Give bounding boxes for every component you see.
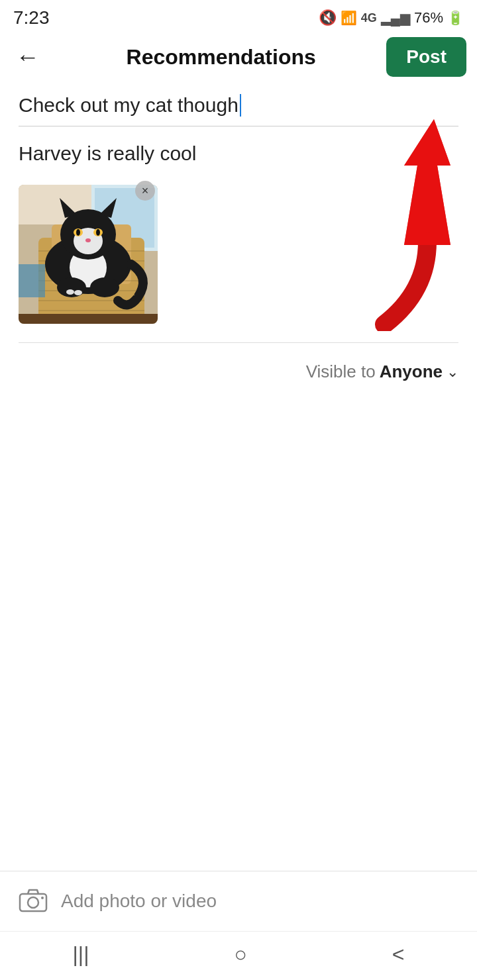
bottom-bar: Add photo or video ||| ○ < bbox=[0, 871, 477, 980]
system-back-button[interactable]: < bbox=[372, 940, 425, 969]
body-text: Harvey is really cool bbox=[19, 142, 196, 164]
photo-thumbnail bbox=[19, 185, 158, 324]
svg-point-25 bbox=[90, 277, 119, 297]
svg-point-26 bbox=[66, 289, 74, 295]
system-nav: ||| ○ < bbox=[0, 931, 477, 980]
home-button[interactable]: ○ bbox=[214, 940, 266, 969]
signal-bars-icon: ▂▄▆ bbox=[381, 10, 410, 26]
editor-content: Check out my cat though Harvey is really… bbox=[0, 81, 477, 389]
wifi-icon: 📶 bbox=[341, 10, 357, 26]
cursor bbox=[240, 94, 241, 117]
svg-point-23 bbox=[85, 238, 91, 242]
chevron-down-icon: ⌄ bbox=[447, 364, 458, 381]
back-button[interactable]: ← bbox=[11, 40, 45, 74]
svg-point-35 bbox=[41, 897, 44, 899]
add-media-label: Add photo or video bbox=[61, 891, 217, 912]
recent-apps-button[interactable]: ||| bbox=[53, 940, 109, 969]
status-bar: 7:23 🔇 📶 4G ▂▄▆ 76% 🔋 bbox=[0, 0, 477, 33]
add-media-row[interactable]: Add photo or video bbox=[0, 871, 477, 931]
svg-point-22 bbox=[96, 229, 100, 236]
battery-level: 76% bbox=[414, 9, 443, 26]
post-button[interactable]: Post bbox=[386, 37, 466, 77]
title-input-row: Check out my cat though bbox=[19, 94, 458, 126]
top-nav: ← Recommendations Post bbox=[0, 33, 477, 81]
svg-point-27 bbox=[74, 290, 82, 295]
battery-icon: 🔋 bbox=[447, 10, 464, 26]
svg-rect-28 bbox=[19, 264, 45, 297]
svg-rect-29 bbox=[19, 314, 158, 324]
body-text-area[interactable]: Harvey is really cool bbox=[19, 126, 458, 178]
svg-point-21 bbox=[76, 229, 80, 236]
title-text: Check out my cat though bbox=[19, 94, 238, 117]
svg-point-34 bbox=[28, 897, 38, 908]
photo-attachment-area: × bbox=[19, 178, 158, 337]
cat-image bbox=[19, 185, 158, 324]
camera-icon bbox=[19, 887, 48, 912]
visibility-value: Anyone bbox=[380, 362, 443, 382]
status-icons: 🔇 📶 4G ▂▄▆ 76% 🔋 bbox=[319, 9, 464, 26]
remove-photo-button[interactable]: × bbox=[135, 181, 155, 201]
mute-icon: 🔇 bbox=[319, 9, 337, 26]
visibility-row[interactable]: Visible to Anyone ⌄ bbox=[19, 348, 458, 389]
title-field[interactable]: Check out my cat though bbox=[19, 94, 458, 117]
camera-icon-wrap bbox=[19, 887, 48, 915]
status-time: 7:23 bbox=[13, 7, 50, 28]
page-title: Recommendations bbox=[56, 45, 386, 70]
divider bbox=[19, 342, 458, 343]
visibility-prefix: Visible to bbox=[306, 362, 376, 382]
network-icon: 4G bbox=[361, 11, 377, 25]
